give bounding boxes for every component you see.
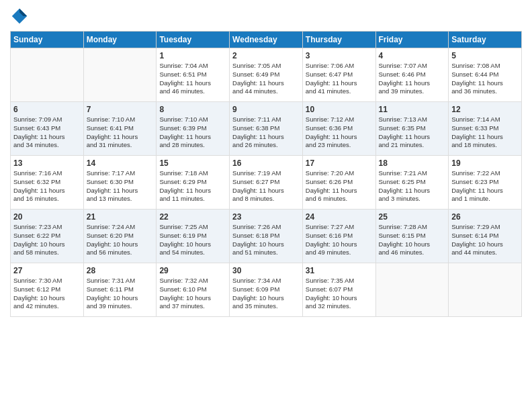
calendar-cell	[83, 48, 157, 102]
day-info: Sunrise: 7:04 AM Sunset: 6:51 PM Dayligh…	[159, 62, 226, 96]
day-info: Sunrise: 7:22 AM Sunset: 6:23 PM Dayligh…	[451, 169, 519, 203]
calendar-cell: 11Sunrise: 7:13 AM Sunset: 6:35 PM Dayli…	[375, 102, 449, 156]
day-number: 24	[306, 212, 373, 222]
day-info: Sunrise: 7:19 AM Sunset: 6:27 PM Dayligh…	[232, 169, 300, 203]
day-info: Sunrise: 7:14 AM Sunset: 6:33 PM Dayligh…	[451, 116, 519, 150]
day-info: Sunrise: 7:25 AM Sunset: 6:19 PM Dayligh…	[159, 223, 226, 257]
calendar-cell: 8Sunrise: 7:10 AM Sunset: 6:39 PM Daylig…	[157, 102, 230, 156]
calendar-cell: 21Sunrise: 7:24 AM Sunset: 6:20 PM Dayli…	[83, 210, 157, 263]
day-info: Sunrise: 7:06 AM Sunset: 6:47 PM Dayligh…	[306, 62, 373, 96]
day-number: 9	[232, 105, 300, 114]
calendar-cell: 4Sunrise: 7:07 AM Sunset: 6:46 PM Daylig…	[375, 48, 449, 102]
calendar-cell: 30Sunrise: 7:34 AM Sunset: 6:09 PM Dayli…	[230, 263, 303, 317]
day-info: Sunrise: 7:26 AM Sunset: 6:18 PM Dayligh…	[232, 223, 300, 257]
day-number: 6	[13, 105, 81, 114]
day-info: Sunrise: 7:17 AM Sunset: 6:30 PM Dayligh…	[87, 169, 154, 203]
day-info: Sunrise: 7:09 AM Sunset: 6:43 PM Dayligh…	[13, 116, 81, 150]
calendar-cell: 28Sunrise: 7:31 AM Sunset: 6:11 PM Dayli…	[83, 263, 157, 317]
calendar-cell: 12Sunrise: 7:14 AM Sunset: 6:33 PM Dayli…	[449, 102, 522, 156]
day-number: 17	[306, 158, 373, 168]
calendar-cell: 6Sunrise: 7:09 AM Sunset: 6:43 PM Daylig…	[11, 102, 84, 156]
day-number: 30	[232, 266, 300, 275]
day-info: Sunrise: 7:16 AM Sunset: 6:32 PM Dayligh…	[13, 169, 81, 203]
day-number: 26	[451, 212, 519, 222]
day-info: Sunrise: 7:05 AM Sunset: 6:49 PM Dayligh…	[232, 62, 300, 96]
day-number: 11	[379, 105, 446, 114]
calendar-week-row: 6Sunrise: 7:09 AM Sunset: 6:43 PM Daylig…	[11, 102, 522, 156]
weekday-header-cell: Sunday	[11, 32, 84, 48]
day-info: Sunrise: 7:29 AM Sunset: 6:14 PM Dayligh…	[451, 223, 519, 257]
calendar-body: 1Sunrise: 7:04 AM Sunset: 6:51 PM Daylig…	[11, 48, 522, 317]
calendar-cell: 5Sunrise: 7:08 AM Sunset: 6:44 PM Daylig…	[449, 48, 522, 102]
calendar-cell: 23Sunrise: 7:26 AM Sunset: 6:18 PM Dayli…	[230, 210, 303, 263]
calendar-cell: 20Sunrise: 7:23 AM Sunset: 6:22 PM Dayli…	[11, 210, 84, 263]
day-info: Sunrise: 7:32 AM Sunset: 6:10 PM Dayligh…	[159, 277, 226, 311]
weekday-header-cell: Tuesday	[157, 32, 230, 48]
day-info: Sunrise: 7:27 AM Sunset: 6:16 PM Dayligh…	[306, 223, 373, 257]
calendar-cell	[449, 263, 522, 317]
day-number: 1	[159, 51, 226, 60]
calendar-cell: 15Sunrise: 7:18 AM Sunset: 6:29 PM Dayli…	[157, 156, 230, 210]
day-info: Sunrise: 7:31 AM Sunset: 6:11 PM Dayligh…	[87, 277, 154, 311]
day-number: 29	[159, 266, 226, 275]
day-info: Sunrise: 7:10 AM Sunset: 6:39 PM Dayligh…	[159, 116, 226, 150]
day-info: Sunrise: 7:35 AM Sunset: 6:07 PM Dayligh…	[306, 277, 373, 311]
weekday-header-row: SundayMondayTuesdayWednesdayThursdayFrid…	[11, 32, 522, 48]
day-number: 27	[13, 266, 81, 275]
day-number: 28	[87, 266, 154, 275]
calendar-cell	[11, 48, 84, 102]
day-info: Sunrise: 7:07 AM Sunset: 6:46 PM Dayligh…	[379, 62, 446, 96]
weekday-header-cell: Saturday	[449, 32, 522, 48]
day-number: 4	[379, 51, 446, 60]
calendar-table: SundayMondayTuesdayWednesdayThursdayFrid…	[10, 31, 522, 317]
day-number: 18	[379, 158, 446, 168]
header	[10, 7, 522, 26]
day-number: 14	[87, 158, 154, 168]
calendar-cell: 29Sunrise: 7:32 AM Sunset: 6:10 PM Dayli…	[157, 263, 230, 317]
logo	[10, 7, 32, 26]
day-info: Sunrise: 7:34 AM Sunset: 6:09 PM Dayligh…	[232, 277, 300, 311]
day-info: Sunrise: 7:30 AM Sunset: 6:12 PM Dayligh…	[13, 277, 81, 311]
day-number: 21	[87, 212, 154, 222]
calendar-cell: 31Sunrise: 7:35 AM Sunset: 6:07 PM Dayli…	[302, 263, 375, 317]
day-info: Sunrise: 7:21 AM Sunset: 6:25 PM Dayligh…	[379, 169, 446, 203]
day-info: Sunrise: 7:18 AM Sunset: 6:29 PM Dayligh…	[159, 169, 226, 203]
calendar-cell: 1Sunrise: 7:04 AM Sunset: 6:51 PM Daylig…	[157, 48, 230, 102]
calendar-cell	[375, 263, 449, 317]
weekday-header-cell: Monday	[83, 32, 157, 48]
calendar-cell: 27Sunrise: 7:30 AM Sunset: 6:12 PM Dayli…	[11, 263, 84, 317]
day-number: 20	[13, 212, 81, 222]
day-info: Sunrise: 7:12 AM Sunset: 6:36 PM Dayligh…	[306, 116, 373, 150]
calendar-cell: 22Sunrise: 7:25 AM Sunset: 6:19 PM Dayli…	[157, 210, 230, 263]
day-number: 10	[306, 105, 373, 114]
day-number: 22	[159, 212, 226, 222]
calendar-week-row: 1Sunrise: 7:04 AM Sunset: 6:51 PM Daylig…	[11, 48, 522, 102]
logo-icon	[10, 7, 29, 26]
day-number: 31	[306, 266, 373, 275]
day-number: 16	[232, 158, 300, 168]
day-info: Sunrise: 7:10 AM Sunset: 6:41 PM Dayligh…	[87, 116, 154, 150]
day-number: 13	[13, 158, 81, 168]
day-info: Sunrise: 7:23 AM Sunset: 6:22 PM Dayligh…	[13, 223, 81, 257]
weekday-header-cell: Wednesday	[230, 32, 303, 48]
calendar-cell: 13Sunrise: 7:16 AM Sunset: 6:32 PM Dayli…	[11, 156, 84, 210]
day-number: 19	[451, 158, 519, 168]
weekday-header-cell: Friday	[375, 32, 449, 48]
day-info: Sunrise: 7:11 AM Sunset: 6:38 PM Dayligh…	[232, 116, 300, 150]
day-info: Sunrise: 7:20 AM Sunset: 6:26 PM Dayligh…	[306, 169, 373, 203]
calendar-cell: 25Sunrise: 7:28 AM Sunset: 6:15 PM Dayli…	[375, 210, 449, 263]
calendar-cell: 17Sunrise: 7:20 AM Sunset: 6:26 PM Dayli…	[302, 156, 375, 210]
day-info: Sunrise: 7:24 AM Sunset: 6:20 PM Dayligh…	[87, 223, 154, 257]
calendar-cell: 19Sunrise: 7:22 AM Sunset: 6:23 PM Dayli…	[449, 156, 522, 210]
calendar-cell: 2Sunrise: 7:05 AM Sunset: 6:49 PM Daylig…	[230, 48, 303, 102]
day-number: 2	[232, 51, 300, 60]
calendar-cell: 18Sunrise: 7:21 AM Sunset: 6:25 PM Dayli…	[375, 156, 449, 210]
day-number: 7	[87, 105, 154, 114]
day-info: Sunrise: 7:08 AM Sunset: 6:44 PM Dayligh…	[451, 62, 519, 96]
day-number: 8	[159, 105, 226, 114]
day-info: Sunrise: 7:28 AM Sunset: 6:15 PM Dayligh…	[379, 223, 446, 257]
day-number: 12	[451, 105, 519, 114]
day-number: 5	[451, 51, 519, 60]
day-number: 23	[232, 212, 300, 222]
calendar-week-row: 27Sunrise: 7:30 AM Sunset: 6:12 PM Dayli…	[11, 263, 522, 317]
